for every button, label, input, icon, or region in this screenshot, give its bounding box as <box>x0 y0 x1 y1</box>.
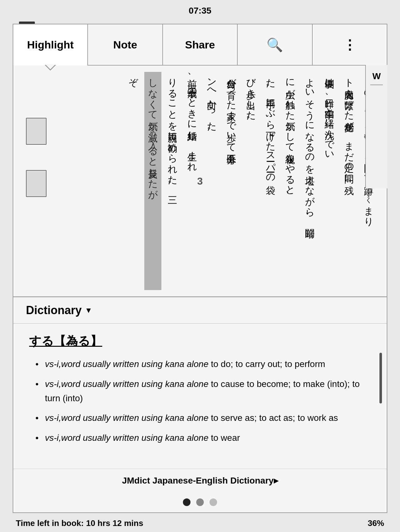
dictionary-content: する【為る】 vs-i,word usually written using k… <box>13 324 387 469</box>
page-number: 3 <box>197 175 203 187</box>
dictionary-dropdown-icon[interactable]: ▼ <box>85 306 92 315</box>
dictionary-panel: Dictionary ▼ する【為る】 vs-i,word usually wr… <box>13 297 387 512</box>
toolbar-highlight-button[interactable]: Highlight <box>13 24 88 65</box>
text-column-8: 自分が育った家まで歩いて十五分ほ <box>223 72 240 290</box>
dict-def-3: to serve as; to act as; to work as <box>211 413 338 423</box>
text-column-3: 表側は、昨日、由宇と一緒に沈んでい <box>321 72 338 290</box>
toolbar-more-button[interactable]: ⋮ <box>313 24 387 65</box>
dict-pos-3: vs-i,word usually written using kana alo… <box>45 413 209 423</box>
main-container: Highlight Note Share 🔍 ⋮ 3 レのドアを背に、目を閉じて… <box>13 24 387 513</box>
more-icon: ⋮ <box>343 37 356 53</box>
right-panel-divider <box>370 85 383 85</box>
book-text-area[interactable]: 3 レのドアを背に、目を閉じて蹲うずくまり ト内臓を繋げた感覚が、まだ足の間に残… <box>13 66 387 297</box>
toolbar-search-button[interactable]: 🔍 <box>238 24 312 65</box>
dict-entry-3: vs-i,word usually written using kana alo… <box>35 411 371 425</box>
share-label: Share <box>185 39 215 51</box>
dict-pos-4: vs-i,word usually written using kana alo… <box>45 433 209 443</box>
text-column-7: び歩き出した。 <box>242 72 259 290</box>
dictionary-title: Dictionary <box>26 304 82 317</box>
dictionary-entries: vs-i,word usually written using kana alo… <box>29 357 371 445</box>
bottom-bar: Time left in book: 10 hrs 12 mins 36% <box>13 515 387 532</box>
selection-start-handle <box>26 118 47 145</box>
selection-end-handle <box>26 170 47 197</box>
text-column-12-highlighted: しなくて気が滅め入いると反発したが <box>144 72 161 290</box>
pagination <box>13 492 387 512</box>
dict-entry-4: vs-i,word usually written using kana alo… <box>35 431 371 445</box>
dict-def-1: to do; to carry out; to perform <box>211 359 325 369</box>
dict-def-4: to wear <box>211 433 240 443</box>
scrollbar[interactable] <box>379 353 382 403</box>
progress-percentage: 36% <box>368 518 384 528</box>
dict-pos-1: vs-i,word usually written using kana alo… <box>45 359 209 369</box>
toolbar-share-button[interactable]: Share <box>163 24 238 65</box>
jmdict-label: JMdict Japanese-English Dictionary▸ <box>122 476 278 485</box>
pagination-dot-1[interactable] <box>183 498 191 506</box>
dict-entry-2: vs-i,word usually written using kana alo… <box>35 377 371 406</box>
text-column-4: よいそうになるのを堪えながら、暗闘 <box>301 72 318 290</box>
text-column-2: ト内臓を繋げた感覚が、まだ足の間に残 <box>341 72 358 290</box>
dict-entry-1: vs-i,word usually written using kana alo… <box>35 357 371 371</box>
search-icon: 🔍 <box>266 37 283 53</box>
dictionary-header[interactable]: Dictionary ▼ <box>13 297 387 324</box>
dict-pos-2: vs-i,word usually written using kana alo… <box>45 379 209 389</box>
content-area: 3 レのドアを背に、目を閉じて蹲うずくまり ト内臓を繋げた感覚が、まだ足の間に残… <box>13 66 387 512</box>
toolbar: Highlight Note Share 🔍 ⋮ <box>13 24 387 66</box>
text-column-11: りることを両親に勧められた。三 <box>164 72 181 290</box>
jmdict-text: JMdict Japanese-English Dictionary <box>122 476 273 485</box>
time-left-label: Time left in book: 10 hrs 12 mins <box>16 518 143 528</box>
highlight-caret <box>45 65 56 71</box>
text-column-6: た。両手にぶら下げたスーパーの袋 <box>262 72 279 290</box>
pagination-dot-2[interactable] <box>196 498 204 506</box>
right-panel: W <box>365 65 387 188</box>
toolbar-note-button[interactable]: Note <box>88 24 163 65</box>
note-label: Note <box>113 39 137 51</box>
highlight-label: Highlight <box>27 39 74 51</box>
status-bar: 07:35 <box>0 0 400 19</box>
text-column-5: に虫が触れた気がして視線をやると、 <box>282 72 299 290</box>
right-panel-label: W <box>372 71 381 81</box>
text-column-13: ぞ <box>125 72 142 290</box>
text-column-9: ンへ向かった。 <box>203 72 220 290</box>
pagination-dot-3[interactable] <box>209 498 217 506</box>
jmdict-link[interactable]: JMdict Japanese-English Dictionary▸ <box>13 469 387 492</box>
dictionary-word: する【為る】 <box>29 333 371 349</box>
jmdict-arrow: ▸ <box>274 476 278 485</box>
